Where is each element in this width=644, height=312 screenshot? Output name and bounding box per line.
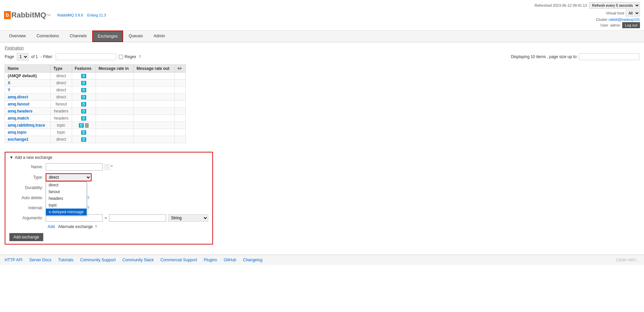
internal-badge: I [85, 123, 89, 128]
footer-community-slack[interactable]: Community Slack [122, 258, 154, 262]
internal-help[interactable]: ? [87, 206, 89, 210]
exchange-type-cell: headers [50, 115, 72, 122]
page-size-input[interactable]: 100 [579, 53, 639, 60]
exchange-features-cell: D [72, 94, 96, 101]
plus-minus-cell [174, 94, 185, 101]
nav-queues[interactable]: Queues [124, 31, 148, 42]
footer-commercial-support[interactable]: Commercial Support [160, 258, 197, 262]
vhost-select[interactable]: All [626, 10, 640, 16]
auto-delete-help[interactable]: ? [87, 196, 89, 200]
footer-changelog[interactable]: Changelog [243, 258, 262, 262]
regex-checkbox[interactable] [119, 55, 123, 59]
name-required: * [111, 165, 113, 169]
table-row: YdirectD [5, 87, 186, 94]
exchange-name-link[interactable]: amq.rabbitmq.trace [8, 123, 45, 128]
exchange-name-link[interactable]: amq.fanout [8, 102, 30, 106]
logout-button[interactable]: Log out [622, 22, 640, 28]
exchange-name-link[interactable]: amq.headers [8, 109, 33, 114]
cluster-link[interactable]: rabbit@hadoop101 [608, 17, 640, 21]
dropdown-fanout[interactable]: fanout [46, 188, 87, 195]
nav: Overview Connections Channels Exchanges … [0, 31, 644, 42]
arg-value-input[interactable] [109, 214, 166, 222]
exchange-type-cell: direct [50, 136, 72, 143]
type-label: Type: [9, 175, 43, 180]
alternate-help[interactable]: ? [95, 225, 97, 229]
dropdown-xdm[interactable]: x-delayed-message [46, 209, 87, 215]
rate-in-cell [96, 101, 133, 108]
table-row: amq.topictopicD [5, 129, 186, 136]
refresh-select[interactable]: Refresh every 5 seconds Every 10 seconds… [589, 2, 640, 9]
footer-server-docs[interactable]: Server Docs [29, 258, 51, 262]
rabbitmq-version[interactable]: RabbitMQ 3.8.8 [57, 13, 83, 17]
filter-label: - Filter: [41, 54, 53, 59]
filter-input[interactable] [56, 53, 116, 60]
plus-minus-cell [174, 73, 185, 80]
exchange-name-link[interactable]: amq.topic [8, 130, 27, 135]
exchange-type-cell: headers [50, 108, 72, 115]
col-rate-in: Message rate in [96, 65, 133, 73]
exchange-name-input[interactable] [46, 163, 103, 171]
exchange-name-link[interactable]: X [8, 81, 10, 85]
nav-overview[interactable]: Overview [4, 31, 31, 42]
add-exchange-toggle[interactable]: ▼ Add a new exchange [9, 155, 208, 160]
arg-type-select[interactable]: String Boolean Number List [168, 214, 208, 222]
add-exchange-button[interactable]: Add exchange [9, 233, 43, 241]
version-info: RabbitMQ 3.8.8 Erlang 21.3 [57, 13, 106, 17]
footer-http-api[interactable]: HTTP API [5, 258, 22, 262]
rate-in-cell [96, 80, 133, 87]
user-value: admin [610, 23, 620, 27]
exchange-type-cell: direct [50, 80, 72, 87]
durable-badge: D [81, 116, 86, 121]
exchange-name-cell: amq.direct [5, 94, 51, 101]
footer-plugins[interactable]: Plugins [204, 258, 217, 262]
nav-channels[interactable]: Channels [65, 31, 92, 42]
nav-admin[interactable]: Admin [149, 31, 170, 42]
type-select[interactable]: direct fanout headers topic x-delayed-me… [46, 173, 92, 181]
page-select[interactable]: 1 [17, 53, 29, 60]
nav-connections[interactable]: Connections [32, 31, 64, 42]
regex-help[interactable]: ? [139, 55, 141, 59]
exchange-features-cell: D [72, 115, 96, 122]
exchanges-table: Name Type Features Message rate in Messa… [5, 64, 186, 143]
footer: HTTP API Server Docs Tutorials Community… [0, 255, 644, 265]
col-name: Name [5, 65, 51, 73]
exchange-name-link[interactable]: Y [8, 88, 10, 92]
footer-tutorials[interactable]: Tutorials [58, 258, 73, 262]
internal-label: Internal: [9, 206, 43, 210]
col-rate-out: Message rate out [134, 65, 175, 73]
table-row: XdirectD [5, 80, 186, 87]
exchange-features-cell: D [72, 73, 96, 80]
nav-exchanges[interactable]: Exchanges [92, 31, 123, 42]
add-link[interactable]: Add [48, 224, 55, 229]
exchange-name-link[interactable]: exchange1 [8, 137, 29, 142]
cluster-label: Cluster [596, 17, 607, 21]
col-plus-minus: +/- [174, 65, 185, 73]
exchange-name-link[interactable]: amq.direct [8, 95, 28, 99]
dropdown-topic[interactable]: topic [46, 202, 87, 209]
plus-minus-cell [174, 87, 185, 94]
footer-community-support[interactable]: Community Support [80, 258, 116, 262]
auto-delete-label: Auto delete: [9, 195, 43, 200]
page-label: Page [5, 54, 14, 59]
type-dropdown-wrapper: direct fanout headers topic x-delayed-me… [46, 173, 92, 181]
exchange-name-link[interactable]: amq.match [8, 116, 29, 121]
dropdown-direct[interactable]: direct [46, 182, 87, 188]
durable-badge: D [81, 130, 86, 135]
cluster-row: Cluster rabbit@hadoop101 [535, 17, 640, 21]
args-equals: = [105, 216, 107, 220]
displaying-label: Displaying 10 items , page size up to: [511, 54, 578, 59]
rate-in-cell [96, 115, 133, 122]
erlang-version[interactable]: Erlang 21.3 [87, 13, 106, 17]
rate-out-cell [134, 87, 175, 94]
name-help-icon[interactable]: ⓘ [104, 164, 110, 170]
footer-github[interactable]: GitHub [224, 258, 236, 262]
toggle-arrow: ▼ [9, 155, 13, 160]
form-arguments-row: Arguments: = String Boolean Number List [9, 214, 208, 222]
dropdown-headers[interactable]: headers [46, 195, 87, 202]
pagination-label[interactable]: Pagination [5, 46, 639, 50]
logo-tm: TM [46, 13, 51, 17]
plus-minus-cell [174, 122, 185, 129]
of-label: of 1 [31, 54, 38, 59]
durable-badge: D [81, 109, 86, 114]
rate-in-cell [96, 108, 133, 115]
